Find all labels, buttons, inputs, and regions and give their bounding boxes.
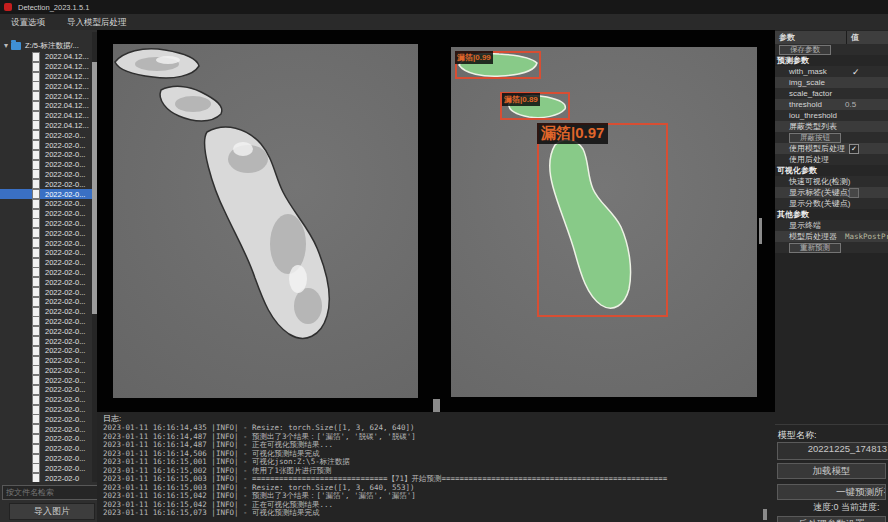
tree-item-label: 2022-02-0... <box>45 327 85 336</box>
checkbox-checked[interactable]: ✓ <box>849 144 859 154</box>
param-row[interactable]: 显示分数(关键点) <box>775 198 888 209</box>
param-label: scale_factor <box>789 89 832 98</box>
tree-item[interactable]: 2022-02-0... <box>0 170 97 180</box>
file-icon <box>32 326 40 336</box>
tree-item[interactable]: 2022-02-0... <box>0 268 97 278</box>
tree-item[interactable]: 2022-02-0... <box>0 228 97 238</box>
param-row[interactable]: 模型后处理器MaskPostPro <box>775 231 888 242</box>
param-row[interactable]: 使用后处理 <box>775 154 888 165</box>
prediction-image[interactable]: 漏箔|0.99 漏箔|0.89 漏箔|0.97 <box>451 47 757 397</box>
checkbox-empty[interactable] <box>849 188 859 198</box>
param-value: 0.5 <box>845 100 856 109</box>
image-scrollbar-handle[interactable] <box>759 218 762 244</box>
tree-item[interactable]: 2022.04.12... <box>0 52 97 62</box>
param-action-button[interactable]: 屏蔽按钮 <box>789 133 841 143</box>
file-icon <box>32 277 40 287</box>
tree-item-label: 2022-02-0... <box>45 170 85 179</box>
tree-root[interactable]: ▾ Z:/5-标注数据/... <box>0 39 97 52</box>
tree-item-label: 2022.04.12... <box>45 111 89 120</box>
tree-item[interactable]: 2022-02-0... <box>0 219 97 229</box>
file-icon <box>32 248 40 258</box>
tree-item[interactable]: 2022-02-0... <box>0 434 97 444</box>
app-window: Detection_2023.1.5.1 设置选项 导入模型后处理 ▾ Z:/5… <box>0 0 888 522</box>
tree-item[interactable]: 2022.04.12... <box>0 62 97 72</box>
param-row[interactable]: 显示终端 <box>775 220 888 231</box>
file-icon <box>32 111 40 121</box>
predict-all-button[interactable]: 一键预测所有图片 <box>777 484 886 500</box>
param-row[interactable]: scale_factor <box>775 88 888 99</box>
import-images-button[interactable]: 导入图片 <box>9 503 95 520</box>
caret-down-icon[interactable]: ▾ <box>4 41 8 50</box>
tree-item[interactable]: 2022-02-0... <box>0 454 97 464</box>
file-icon <box>32 120 40 130</box>
tree-item-label: 2022.04.12... <box>45 72 89 81</box>
tree-item-label: 2022.04.12... <box>45 101 89 110</box>
tree-item[interactable]: 2022-02-0... <box>0 366 97 376</box>
original-image[interactable] <box>113 44 418 398</box>
tree-item[interactable]: 2022-02-0... <box>0 179 97 189</box>
tree-item[interactable]: 2022-02-0... <box>0 463 97 473</box>
tree-item[interactable]: 2022-02-0... <box>0 258 97 268</box>
load-model-button[interactable]: 加载模型 <box>777 463 886 479</box>
tree-item[interactable]: 2022-02-0... <box>0 238 97 248</box>
tree-item[interactable]: 2022-02-0... <box>0 317 97 327</box>
tree-item[interactable]: 2022.04.12... <box>0 91 97 101</box>
params-sidebar: 参数 值 保存参数预测参数with_mask✓img_scalescale_fa… <box>775 30 888 522</box>
tree-item[interactable]: 2022.04.12... <box>0 81 97 91</box>
menu-item-settings[interactable]: 设置选项 <box>0 14 56 30</box>
search-input[interactable] <box>2 485 97 500</box>
tree-item[interactable]: 2022.04.12... <box>0 101 97 111</box>
tree-item[interactable]: 2022-02-0... <box>0 405 97 415</box>
param-row[interactable]: 屏蔽类型列表 <box>775 121 888 132</box>
tree-item[interactable]: 2022.04.12... <box>0 72 97 82</box>
title-bar: Detection_2023.1.5.1 <box>0 0 888 14</box>
menu-bar: 设置选项 导入模型后处理 <box>0 14 888 30</box>
tree-item[interactable]: 2022-02-0... <box>0 189 97 199</box>
tree-item[interactable]: 2022-02-0... <box>0 336 97 346</box>
param-row[interactable]: with_mask✓ <box>775 66 888 77</box>
tree-item-label: 2022-02-0... <box>45 464 85 473</box>
tree-item[interactable]: 2022-02-0... <box>0 375 97 385</box>
param-row[interactable]: iou_threshold <box>775 110 888 121</box>
param-action-button[interactable]: 保存参数 <box>779 45 831 55</box>
tree-item[interactable]: 2022-02-0... <box>0 140 97 150</box>
tree-item[interactable]: 2022-02-0... <box>0 395 97 405</box>
tree-item[interactable]: 2022-02-0... <box>0 277 97 287</box>
param-row[interactable]: 使用模型后处理✓ <box>775 143 888 154</box>
tree-item[interactable]: 2022.04.12... <box>0 121 97 131</box>
file-icon <box>32 424 40 434</box>
param-row[interactable]: threshold0.5 <box>775 99 888 110</box>
tree-item[interactable]: 2022-02-0... <box>0 444 97 454</box>
tree-item[interactable]: 2022-02-0... <box>0 160 97 170</box>
tree-item[interactable]: 2022-02-0... <box>0 346 97 356</box>
tree-item[interactable]: 2022-02-0... <box>0 287 97 297</box>
tree-item[interactable]: 2022-02-0... <box>0 297 97 307</box>
tree-item[interactable]: 2022-02-0 <box>0 473 97 482</box>
tree-item[interactable]: 2022-02-0... <box>0 326 97 336</box>
tree-item[interactable]: 2022-02-0... <box>0 356 97 366</box>
tree-item[interactable]: 2022-02-0... <box>0 150 97 160</box>
tree-item[interactable]: 2022-02-0... <box>0 424 97 434</box>
tree-item[interactable]: 2022-02-0... <box>0 385 97 395</box>
postprocess-settings-button[interactable]: 后处理参数设置 <box>777 516 886 522</box>
model-name-field[interactable]: 20221225_174813 <box>777 442 888 460</box>
image-viewer: 漏箔|0.99 漏箔|0.89 漏箔|0.97 <box>97 30 775 412</box>
log-lines[interactable]: 2023-01-11 16:16:14,435 |INFO| - Resize:… <box>103 424 767 518</box>
tree-item[interactable]: 2022-02-0... <box>0 130 97 140</box>
tree-item[interactable]: 2022.04.12... <box>0 111 97 121</box>
tree-item[interactable]: 2022-02-0... <box>0 307 97 317</box>
tree-item[interactable]: 2022-02-0... <box>0 199 97 209</box>
splitter-grip[interactable] <box>433 399 440 413</box>
tree-item[interactable]: 2022-02-0... <box>0 209 97 219</box>
param-label: 模型后处理器 <box>789 231 837 242</box>
menu-item-import-postprocess[interactable]: 导入模型后处理 <box>56 14 138 30</box>
tree-item[interactable]: 2022-02-0... <box>0 248 97 258</box>
file-icon <box>32 375 40 385</box>
log-scrollbar-handle[interactable] <box>763 509 767 520</box>
param-row[interactable]: 快速可视化(检测) <box>775 176 888 187</box>
param-row[interactable]: img_scale <box>775 77 888 88</box>
param-action-button[interactable]: 重新预测 <box>789 243 841 253</box>
tree-item[interactable]: 2022-02-0... <box>0 414 97 424</box>
param-row[interactable]: 显示标签(关键点) <box>775 187 888 198</box>
param-label: 快速可视化(检测) <box>789 176 850 187</box>
